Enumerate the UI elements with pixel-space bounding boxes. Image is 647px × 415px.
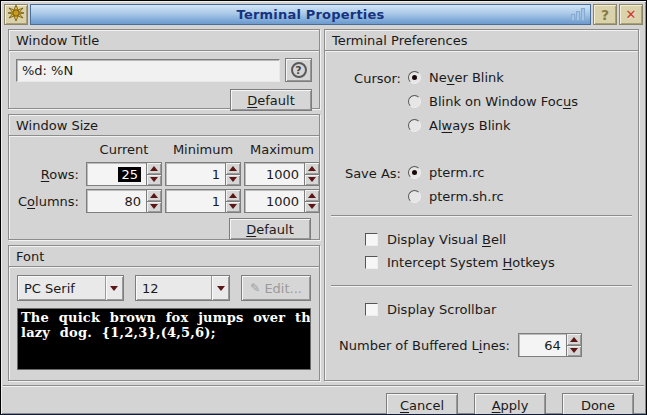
spin-up-button[interactable] (146, 162, 162, 175)
arrow-up-icon (229, 193, 237, 198)
arrow-down-icon (308, 177, 316, 182)
font-group: Font PC Serif 12 ✎ E (8, 245, 320, 381)
window-title-group-header: Window Title (9, 30, 319, 50)
rows-maximum-value: 1000 (266, 167, 299, 182)
spin-down-button[interactable] (304, 202, 320, 214)
columns-minimum-value: 1 (212, 194, 220, 209)
spin-up-button[interactable] (566, 333, 582, 346)
window-size-default-button[interactable]: Default (229, 218, 311, 240)
spin-up-button[interactable] (225, 162, 241, 175)
terminal-properties-dialog: Terminal Properties ? ✕ Window Title %d:… (0, 0, 647, 415)
rows-label: Rows: (17, 167, 83, 182)
button-label: Edit... (264, 281, 302, 296)
done-button[interactable]: Done (562, 393, 634, 415)
button-label: Apply (492, 398, 529, 413)
spin-down-button[interactable] (225, 202, 241, 214)
window-title: Terminal Properties (237, 7, 385, 22)
window-title-input[interactable]: %d: %N (16, 59, 280, 82)
arrow-down-icon (229, 204, 237, 209)
button-label: Default (247, 93, 295, 108)
spin-up-button[interactable] (304, 189, 320, 202)
apply-button[interactable]: Apply (474, 393, 546, 415)
app-star-icon (8, 5, 24, 24)
columns-current-spinner[interactable]: 80 (86, 189, 162, 213)
font-family-dropdown[interactable]: PC Serif (17, 275, 124, 301)
buffered-lines-value: 64 (544, 338, 561, 353)
spin-down-button[interactable] (146, 202, 162, 214)
font-preview-area: The quick brown fox jumps over the lazy … (17, 308, 311, 370)
radio-label: Blink on Window Focus (429, 94, 578, 109)
checkbox-icon (365, 303, 378, 316)
window-title-input-value: %d: %N (22, 63, 73, 78)
spin-down-button[interactable] (566, 346, 582, 358)
button-label: Done (581, 398, 615, 413)
titlebar-drag-area[interactable]: Terminal Properties (30, 4, 591, 25)
spin-up-button[interactable] (304, 162, 320, 175)
footer: Cancel Apply Done (3, 385, 644, 415)
radio-blink-on-window-focus[interactable]: Blink on Window Focus (408, 94, 578, 109)
spin-down-button[interactable] (225, 175, 241, 187)
checkbox-icon (365, 233, 378, 246)
divider (331, 215, 632, 217)
spin-down-button[interactable] (146, 175, 162, 187)
radio-label: pterm.rc (429, 165, 484, 180)
radio-pterm-sh-rc[interactable]: pterm.sh.rc (408, 189, 504, 204)
arrow-down-icon (150, 204, 158, 209)
question-mark-icon: ? (601, 7, 609, 23)
radio-icon (408, 166, 421, 179)
checkbox-display-visual-bell[interactable]: Display Visual Bell (365, 232, 628, 247)
spin-up-button[interactable] (225, 189, 241, 202)
checkbox-intercept-system-hotkeys[interactable]: Intercept System Hotkeys (365, 255, 628, 270)
checkbox-display-scrollbar[interactable]: Display Scrollbar (365, 302, 628, 317)
spin-up-button[interactable] (146, 189, 162, 202)
checkbox-icon (365, 256, 378, 269)
buffered-lines-spinner[interactable]: 64 (518, 333, 582, 357)
close-button[interactable]: ✕ (619, 4, 643, 25)
rows-maximum-spinner[interactable]: 1000 (244, 162, 320, 186)
rows-minimum-value: 1 (212, 167, 220, 182)
font-preview-line2: lazy dog. {1,2,3},(4,5,6); (21, 325, 307, 340)
window-size-group-header: Window Size (9, 115, 319, 135)
pencil-icon: ✎ (250, 281, 260, 295)
rows-current-spinner[interactable]: 25 (86, 162, 162, 186)
font-edit-button[interactable]: ✎ Edit... (241, 275, 311, 301)
column-header-maximum: Maximum (244, 142, 320, 159)
arrow-up-icon (229, 166, 237, 171)
window-title-default-button[interactable]: Default (230, 89, 312, 111)
button-label: Default (246, 222, 294, 237)
buffered-lines-label: Number of Buffered Lines: (339, 338, 510, 353)
cancel-button[interactable]: Cancel (386, 393, 458, 415)
checkbox-label: Intercept System Hotkeys (387, 255, 555, 270)
save-as-label: Save As: (339, 165, 401, 204)
titlebar[interactable]: Terminal Properties ? ✕ (3, 3, 644, 26)
checkbox-label: Display Scrollbar (387, 302, 496, 317)
terminal-preferences-group: Terminal Preferences Cursor: Never Blink (324, 29, 639, 381)
chevron-down-icon (217, 286, 225, 291)
arrow-down-icon (308, 204, 316, 209)
rows-minimum-spinner[interactable]: 1 (165, 162, 241, 186)
window-menu-button[interactable] (4, 4, 28, 25)
radio-never-blink[interactable]: Never Blink (408, 70, 578, 85)
titlebar-bars-ornament (571, 8, 585, 21)
arrow-down-icon (229, 177, 237, 182)
arrow-up-icon (150, 193, 158, 198)
columns-maximum-spinner[interactable]: 1000 (244, 189, 320, 213)
radio-always-blink[interactable]: Always Blink (408, 118, 578, 133)
help-titlebar-button[interactable]: ? (593, 4, 617, 25)
column-header-current: Current (86, 142, 162, 159)
cursor-label: Cursor: (339, 70, 401, 133)
radio-icon (408, 190, 421, 203)
font-size-dropdown[interactable]: 12 (135, 275, 230, 301)
radio-pterm-rc[interactable]: pterm.rc (408, 165, 504, 180)
chevron-down-icon (110, 286, 118, 291)
columns-current-value: 80 (124, 194, 141, 209)
radio-label: Never Blink (429, 70, 504, 85)
columns-label: Columns: (17, 194, 83, 209)
window-size-group: Window Size Current Minimum Maximum Rows… (8, 114, 320, 240)
radio-label: pterm.sh.rc (429, 189, 504, 204)
columns-minimum-spinner[interactable]: 1 (165, 189, 241, 213)
window-title-group: Window Title %d: %N ? Default (8, 29, 320, 109)
spin-down-button[interactable] (304, 175, 320, 187)
window-title-help-button[interactable]: ? (285, 58, 312, 82)
arrow-up-icon (308, 166, 316, 171)
